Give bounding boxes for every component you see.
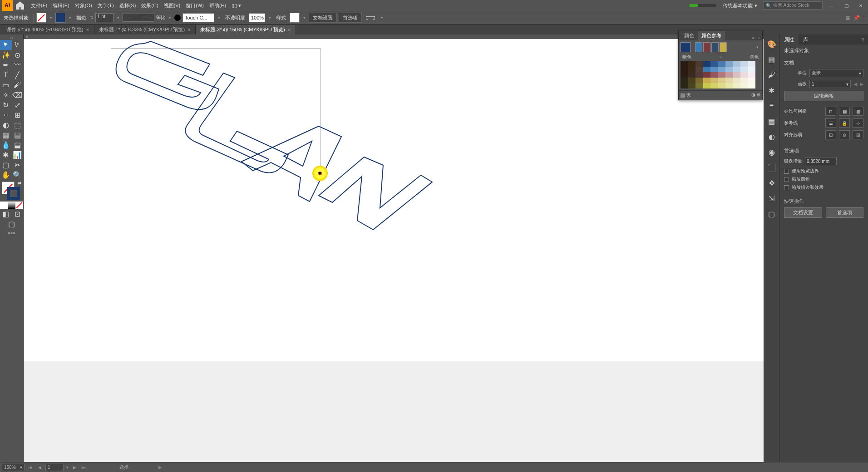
minimize-button[interactable]: — — [826, 1, 837, 10]
direct-selection-tool[interactable] — [12, 40, 24, 50]
menu-help[interactable]: 帮助(H) — [207, 0, 229, 11]
color-cell[interactable] — [681, 72, 688, 78]
panel-menu-icon[interactable]: ≡ — [858, 34, 868, 44]
gradient-tool[interactable]: ▤ — [12, 130, 24, 140]
chevron-down-icon[interactable]: ▾ — [216, 15, 222, 20]
color-cell[interactable] — [733, 61, 741, 67]
color-cell[interactable] — [688, 61, 696, 67]
tab-libraries[interactable]: 库 — [799, 34, 813, 44]
artboard-select[interactable]: 1▾ — [809, 80, 851, 88]
menu-edit[interactable]: 编辑(E) — [50, 0, 72, 11]
document-tab[interactable]: 未标题-1* @ 8.33% (CMYK/GPU 预览) × — [94, 25, 196, 34]
color-cell[interactable] — [703, 78, 711, 83]
color-cell[interactable] — [710, 83, 718, 88]
color-cell[interactable] — [718, 78, 726, 83]
eraser-tool[interactable]: ⌫ — [12, 90, 24, 100]
color-cell[interactable] — [748, 83, 756, 88]
smart-guides-icon[interactable]: ⊹ — [853, 118, 863, 128]
lasso-tool[interactable]: ⊙ — [12, 50, 24, 60]
harmony-swatch[interactable] — [695, 42, 702, 52]
stroke-width-input[interactable]: 1 pt — [95, 13, 113, 22]
color-cell[interactable] — [725, 72, 733, 78]
brush-select[interactable]: Touch C... — [182, 13, 214, 22]
stroke-panel-icon[interactable]: ≡ — [767, 101, 777, 111]
tab-color[interactable]: 颜色 — [681, 31, 698, 40]
base-color-swatch[interactable] — [681, 42, 690, 52]
color-cell[interactable] — [733, 72, 741, 78]
color-cell[interactable] — [740, 78, 748, 83]
next-artboard-icon[interactable]: ▶ — [71, 464, 78, 471]
screen-mode-icon[interactable]: ⊡ — [12, 209, 24, 219]
color-cell[interactable] — [688, 72, 696, 78]
panel-menu-icon[interactable]: ≡ — [758, 35, 760, 40]
opacity-input[interactable]: 100% — [249, 13, 265, 22]
edit-artboard-button[interactable]: 编辑画板 — [784, 91, 863, 101]
color-cell[interactable] — [748, 78, 756, 83]
line-tool[interactable]: ╱ — [12, 70, 24, 80]
color-mode-solid[interactable] — [0, 202, 8, 209]
chevron-down-icon[interactable]: ▾ — [301, 15, 307, 20]
unit-select[interactable]: 毫米▾ — [809, 69, 863, 77]
perspective-tool[interactable]: ⬚ — [12, 120, 24, 130]
pen-tool[interactable]: ✒ — [0, 60, 12, 70]
play-icon[interactable]: ▶ — [158, 465, 162, 470]
save-group-icon[interactable]: ⊕ — [757, 92, 760, 97]
color-cell[interactable] — [710, 67, 718, 72]
prefs-button[interactable]: 首选项 — [339, 13, 362, 23]
align-icon[interactable]: ⫍⫎ — [364, 15, 377, 20]
zoom-select[interactable]: 150%▾ — [2, 464, 25, 471]
color-cell[interactable] — [740, 72, 748, 78]
shaper-tool[interactable]: ✧ — [0, 90, 12, 100]
color-cell[interactable] — [681, 83, 688, 88]
swap-icon[interactable]: ⇄ — [18, 181, 21, 186]
paintbrush-tool[interactable]: 🖌 — [12, 80, 24, 90]
color-cell[interactable] — [725, 78, 733, 83]
stepper-icon[interactable]: ⇅ — [90, 15, 94, 20]
fill-stroke-control[interactable]: ⇄ — [1, 182, 22, 200]
harmony-swatch[interactable] — [703, 42, 710, 52]
color-cell[interactable] — [688, 83, 696, 88]
color-cell[interactable] — [710, 78, 718, 83]
menu-icon[interactable]: ≡ — [863, 15, 866, 21]
color-cell[interactable] — [740, 67, 748, 72]
checkbox-scale-strokes[interactable] — [784, 185, 789, 190]
next-artboard-icon[interactable]: ▶ — [860, 81, 863, 87]
close-icon[interactable]: × — [86, 27, 89, 33]
layers-panel-icon[interactable]: ❖ — [767, 178, 777, 188]
color-cell[interactable] — [748, 67, 756, 72]
slice-tool[interactable]: ✂ — [12, 160, 24, 170]
transparency-panel-icon[interactable]: ◐ — [767, 132, 777, 142]
rectangle-tool[interactable]: ▭ — [0, 80, 12, 90]
home-icon[interactable] — [15, 0, 25, 11]
graphic-styles-panel-icon[interactable]: ⬛ — [767, 162, 777, 172]
swatches-panel-icon[interactable]: ▦ — [767, 54, 777, 64]
color-cell[interactable] — [725, 83, 733, 88]
color-cell[interactable] — [695, 61, 703, 67]
stroke-color[interactable] — [7, 187, 20, 200]
color-panel-icon[interactable]: 🎨 — [767, 39, 777, 49]
grid-icon[interactable]: ▦ — [845, 15, 850, 21]
edit-colors-icon[interactable]: ◑ — [751, 92, 755, 97]
grid-icon[interactable]: ▦ — [839, 107, 850, 116]
color-cell[interactable] — [703, 72, 711, 78]
snap-point-icon[interactable]: ⊙ — [839, 130, 850, 139]
grip-icon[interactable]: ▪▪ — [0, 35, 23, 40]
color-cell[interactable] — [681, 67, 688, 72]
chevron-down-icon[interactable]: ▾ — [48, 15, 54, 20]
stroke-profile[interactable] — [123, 14, 154, 22]
pin-icon[interactable]: 📌 — [853, 15, 860, 21]
collapse-icon[interactable]: ⇤ — [752, 35, 756, 40]
type-tool[interactable]: T — [0, 70, 12, 80]
key-increment-input[interactable] — [805, 157, 837, 165]
workspace-switcher[interactable]: 传统基本功能 ▾ — [720, 2, 760, 9]
color-cell[interactable] — [695, 83, 703, 88]
color-cell[interactable] — [733, 78, 741, 83]
color-cell[interactable] — [681, 78, 688, 83]
zoom-tool[interactable]: 🔍 — [12, 170, 24, 180]
checkbox-preview-bounds[interactable] — [784, 169, 789, 174]
chevron-down-icon[interactable]: ▾ — [167, 15, 173, 20]
chevron-down-icon[interactable]: ▾ — [67, 15, 73, 20]
checkbox-scale-corners[interactable] — [784, 177, 789, 182]
color-cell[interactable] — [725, 67, 733, 72]
style-swatch[interactable] — [290, 13, 300, 23]
